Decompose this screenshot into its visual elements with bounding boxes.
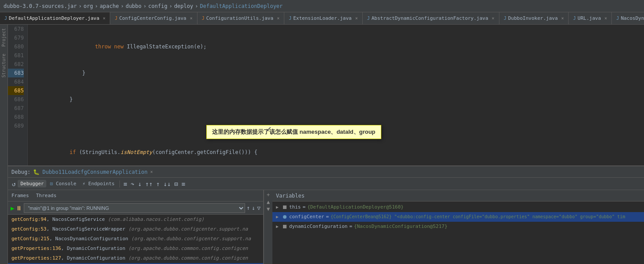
frame-pkg-5: (org.apache.dubbo.common.config.configce…	[128, 255, 248, 261]
close-icon-6[interactable]: ×	[561, 16, 564, 21]
frame-pkg-2: (org.apache.dubbo.configcenter.support.n…	[128, 226, 248, 232]
debug-body: Frames Threads ▶ ⏸ "main"@1 in group "ma…	[8, 190, 644, 264]
expand-dynconfig[interactable]: ▶	[276, 223, 281, 231]
sep6: ›	[195, 3, 198, 9]
thread-nav-up[interactable]: ↑	[247, 205, 250, 211]
frame-item-getconfig94[interactable]: getConfig:94, NacosConfigService (com.al…	[8, 215, 263, 224]
run-to-cursor-btn[interactable]: ↑	[155, 180, 161, 188]
endpoints-btn[interactable]: ⚡ Endpoints	[80, 180, 117, 187]
close-icon-3[interactable]: ×	[277, 16, 279, 21]
scroll-down-btn[interactable]: ▼	[267, 206, 270, 212]
color-bar-dyn	[283, 225, 287, 228]
restart-btn[interactable]: ↺	[11, 180, 17, 188]
step-into-btn[interactable]: ↓	[137, 180, 143, 188]
tab-nacos-dyna[interactable]: J NacosDyna... ×	[612, 12, 644, 25]
settings-btn[interactable]: ≡	[180, 180, 186, 188]
tab-configuration-utils[interactable]: J ConfigurationUtils.java ×	[197, 12, 284, 25]
tab-config-center-config[interactable]: J ConfigCenterConfig.java ×	[110, 12, 197, 25]
add-variable-btn[interactable]: +	[267, 192, 270, 198]
bc-config[interactable]: config	[148, 3, 167, 9]
equals-this: =	[303, 203, 306, 211]
frame-class-3: NacosDynamicConfiguration	[55, 236, 131, 242]
step-over-btn[interactable]: ↷	[129, 180, 135, 188]
list-btn[interactable]: ≡	[122, 180, 128, 188]
force-step-btn[interactable]: ↓↓	[162, 180, 172, 188]
thread-selector-bar: ▶ ⏸ "main"@1 in group "main": RUNNING ↑ …	[8, 202, 263, 215]
tab-abstract-dynamic[interactable]: J AbstractDynamicConfigurationFactory.ja…	[363, 12, 499, 25]
frame-item-getconfig215[interactable]: getConfig:215, NacosDynamicConfiguration…	[8, 234, 263, 244]
annotation-arrow: ↙	[266, 122, 272, 133]
frame-method-4: getProperties:136	[11, 246, 61, 251]
bc-deploy[interactable]: deploy	[174, 3, 193, 9]
close-icon-2[interactable]: ×	[190, 16, 193, 21]
tab-dubbo-invoker[interactable]: J DubboInvoker.java ×	[499, 12, 569, 25]
thread-filter[interactable]: ▽	[257, 205, 261, 211]
tab-label-6: DubboInvoker.java	[508, 15, 558, 21]
pause-icon: ⏸	[16, 205, 22, 212]
console-btn[interactable]: ⊡ Console	[47, 180, 79, 187]
debug-app-name[interactable]: Dubbo11LoadcfgConsumerApplication	[42, 169, 147, 175]
frame-item-getproperties136[interactable]: getProperties:136, DynamicConfiguration …	[8, 244, 263, 253]
frames-list: getConfig:94, NacosConfigService (com.al…	[8, 215, 263, 264]
bc-dubbo[interactable]: dubbo	[126, 3, 141, 9]
endpoints-icon: ⚡	[82, 181, 86, 187]
var-item-config-center[interactable]: ▶ configCenter = {ConfigCenterBean@5162}…	[272, 212, 644, 222]
var-item-this[interactable]: ▶ this = {DefaultApplicationDeployer@516…	[272, 202, 644, 212]
expand-this[interactable]: ▶	[276, 203, 281, 211]
close-icon-4[interactable]: ×	[355, 16, 358, 21]
close-icon-7[interactable]: ×	[604, 16, 607, 21]
thread-nav-down[interactable]: ↓	[252, 205, 255, 211]
bc-active[interactable]: DefaultApplicationDeployer	[200, 3, 283, 9]
frame-pkg-3: (org.apache.dubbo.configcenter.support.n…	[131, 236, 251, 242]
close-icon-1[interactable]: ×	[103, 16, 105, 21]
tab-label-4: ExtensionLoader.java	[293, 15, 351, 21]
thread-dropdown[interactable]: "main"@1 in group "main": RUNNING	[24, 203, 245, 213]
close-debug-tab[interactable]: ×	[150, 169, 153, 174]
frame-method-5: getProperties:127	[11, 255, 61, 261]
structure-tab[interactable]: Structure	[0, 50, 7, 81]
tab-extension-loader[interactable]: J ExtensionLoader.java ×	[284, 12, 363, 25]
project-tab[interactable]: Project	[0, 25, 7, 50]
frame-class-5: DynamicConfiguration	[67, 255, 128, 261]
play-icon: ▶	[11, 205, 14, 212]
frames-threads-header: Frames Threads	[8, 190, 263, 202]
tab-icon-1: J	[4, 16, 7, 21]
var-item-dynamic-config[interactable]: ▶ dynamicConfiguration = {NacosDynamicCo…	[272, 222, 644, 231]
frames-panel: Frames Threads ▶ ⏸ "main"@1 in group "ma…	[8, 190, 264, 264]
console-icon: ⊡	[50, 181, 53, 187]
frame-pkg-1: (com.alibaba.nacos.client.config)	[108, 216, 205, 222]
frames-tab[interactable]: Frames	[11, 193, 29, 198]
var-name-this: this	[289, 203, 301, 211]
expand-configcenter[interactable]: ▶	[276, 213, 281, 221]
tab-default-application-deployer[interactable]: J DefaultApplicationDeployer.java ×	[0, 12, 110, 25]
frame-item-getproperties127[interactable]: getProperties:127, DynamicConfiguration …	[8, 253, 263, 263]
bc-org[interactable]: org	[83, 3, 93, 9]
frame-method-2: getConfig:53	[11, 226, 46, 232]
tab-icon-2: J	[115, 16, 117, 21]
equals-configcenter: =	[326, 213, 329, 221]
tab-icon-5: J	[367, 16, 370, 21]
evaluate-btn[interactable]: ⊟	[173, 180, 179, 188]
bc-apache[interactable]: apache	[100, 3, 119, 9]
breadcrumb-bar: dubbo-3.0.7-sources.jar › org › apache ›…	[0, 0, 644, 12]
debugger-btn[interactable]: Debugger	[18, 180, 46, 187]
variables-panel: Variables ▶ this = {DefaultApplicationDe…	[272, 190, 644, 264]
var-val-configcenter: {ConfigCenterBean@5162} "<dubbo:config-c…	[331, 213, 625, 221]
close-icon-5[interactable]: ×	[492, 16, 495, 21]
var-name-configcenter: configCenter	[289, 213, 324, 221]
editor-area: 678 679 680 681 682 683 684 685 686 687 …	[8, 25, 644, 165]
color-bar-this	[283, 205, 287, 209]
threads-tab[interactable]: Threads	[36, 193, 56, 198]
frame-pkg-4: (org.apache.dubbo.common.config.configce…	[128, 246, 248, 251]
frame-class-1: NacosConfigService	[52, 216, 108, 222]
scroll-up-btn[interactable]: ▲	[267, 199, 270, 205]
tab-label-5: AbstractDynamicConfigurationFactory.java	[372, 15, 488, 21]
tab-icon-3: J	[202, 16, 205, 21]
jar-name: dubbo-3.0.7-sources.jar	[4, 3, 77, 9]
step-out-btn[interactable]: ↑↑	[144, 180, 154, 188]
tab-url[interactable]: J URL.java ×	[569, 12, 612, 25]
code-content: throw new IllegalStateException(e); } } …	[28, 25, 644, 165]
frame-item-getconfig53[interactable]: getConfig:53, NacosConfigServiceWrapper …	[8, 224, 263, 234]
frame-method-1: getConfig:94	[11, 216, 46, 222]
sep5: ›	[169, 3, 172, 9]
